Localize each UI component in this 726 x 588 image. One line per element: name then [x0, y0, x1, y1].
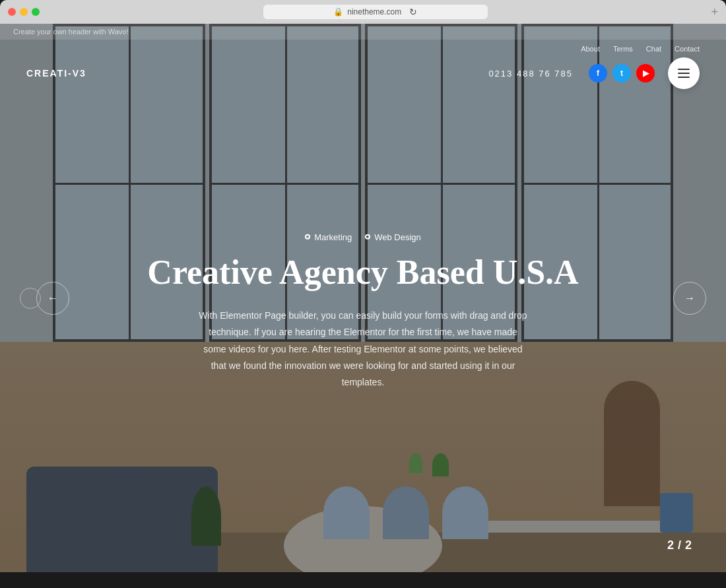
tag-dot-webdesign — [365, 234, 370, 240]
hero-content: Marketing Web Design Creative Agency Bas… — [132, 232, 594, 391]
phone-number: 0213 488 76 785 — [488, 69, 573, 79]
top-navigation: About Terms Chat Contact — [554, 38, 726, 59]
nav-chat[interactable]: Chat — [646, 45, 661, 53]
chair-3 — [442, 486, 488, 539]
hero-title: Creative Agency Based U.S.A — [132, 252, 594, 292]
slider-next-button[interactable]: → — [673, 282, 706, 315]
site-logo: CREATI-V3 — [26, 68, 86, 79]
facebook-icon[interactable]: f — [589, 64, 607, 82]
small-plant-1 — [409, 453, 422, 473]
url-bar-container: 🔒 ninetheme.com ↻ — [45, 5, 706, 19]
small-plant-2 — [432, 453, 449, 476]
url-bar[interactable]: 🔒 ninetheme.com ↻ — [263, 5, 488, 19]
arrow-left-icon: ← — [48, 292, 58, 304]
hamburger-line-3 — [678, 77, 690, 78]
fullscreen-button[interactable] — [32, 8, 40, 16]
slider-prev-button[interactable]: ← — [36, 282, 69, 315]
hero-tag-marketing: Marketing — [305, 232, 352, 242]
social-icons: f t ▶ — [589, 64, 655, 82]
lock-icon: 🔒 — [333, 7, 343, 16]
nav-terms[interactable]: Terms — [613, 45, 633, 53]
notification-bar: Create your own header with Wavo! — [0, 24, 726, 40]
chair-2 — [383, 486, 429, 539]
hamburger-line-1 — [678, 69, 690, 70]
slide-separator: / — [678, 539, 682, 552]
slide-current: 2 — [667, 539, 675, 552]
chair-1 — [323, 486, 370, 539]
tag-dot-marketing — [305, 234, 310, 240]
minimize-button[interactable] — [20, 8, 28, 16]
hamburger-line-2 — [678, 73, 690, 74]
slide-counter: 2/2 — [667, 539, 693, 552]
hero-description: With Elementor Page builder, you can eas… — [198, 308, 528, 391]
slide-total: 2 — [685, 539, 693, 552]
website-viewport: Create your own header with Wavo! About … — [0, 24, 726, 572]
browser-titlebar: 🔒 ninetheme.com ↻ + — [0, 0, 726, 24]
traffic-lights — [8, 8, 40, 16]
arrow-right-icon: → — [684, 292, 695, 304]
arrow-outer-left: ← — [36, 282, 69, 315]
nav-contact[interactable]: Contact — [675, 45, 700, 53]
nav-about[interactable]: About — [581, 45, 600, 53]
twitter-icon[interactable]: t — [612, 64, 631, 82]
hero-tags: Marketing Web Design — [132, 232, 594, 242]
arrow-outer-right: → — [673, 282, 706, 315]
tag-label-webdesign: Web Design — [374, 232, 421, 242]
hamburger-menu-button[interactable] — [668, 57, 700, 89]
refresh-button[interactable]: ↻ — [409, 7, 417, 17]
url-text: ninetheme.com — [347, 7, 401, 16]
close-button[interactable] — [8, 8, 16, 16]
tag-label-marketing: Marketing — [314, 232, 352, 242]
notification-text: Create your own header with Wavo! — [13, 28, 128, 36]
new-tab-button[interactable]: + — [711, 6, 718, 18]
hero-tag-webdesign: Web Design — [365, 232, 421, 242]
youtube-icon[interactable]: ▶ — [636, 64, 655, 82]
browser-window: 🔒 ninetheme.com ↻ + — [0, 0, 726, 572]
